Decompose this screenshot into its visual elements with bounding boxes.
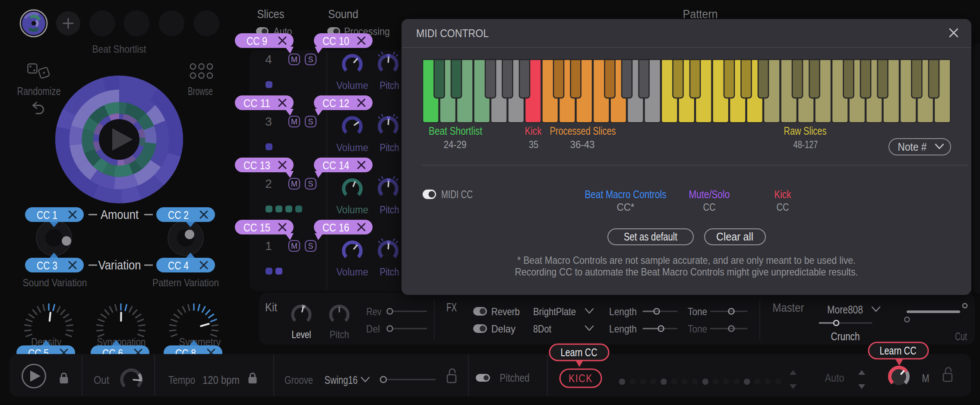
svg-text:Kick: Kick — [525, 125, 542, 137]
svg-text:Kick: Kick — [775, 188, 791, 200]
svg-text:Auto: Auto — [825, 372, 844, 384]
svg-text:CC*: CC* — [617, 201, 635, 213]
svg-text:M: M — [291, 180, 297, 188]
svg-text:Kit: Kit — [265, 301, 277, 314]
svg-text:Tempo: Tempo — [168, 374, 195, 386]
svg-text:Out: Out — [94, 374, 109, 386]
svg-text:Pitch: Pitch — [330, 329, 349, 340]
svg-text:Volume: Volume — [336, 142, 368, 153]
svg-text:48-127: 48-127 — [793, 139, 818, 150]
svg-text:Reverb: Reverb — [491, 306, 520, 317]
svg-text:Set as default: Set as default — [624, 231, 677, 243]
svg-text:Raw Slices: Raw Slices — [784, 125, 827, 137]
svg-text:M: M — [291, 117, 297, 126]
svg-text:S: S — [308, 242, 313, 250]
svg-text:Amount: Amount — [101, 208, 139, 221]
svg-text:24-29: 24-29 — [444, 139, 467, 150]
svg-text:More808: More808 — [827, 303, 863, 316]
svg-text:Variation: Variation — [98, 258, 141, 272]
svg-text:BrightPlate: BrightPlate — [533, 306, 576, 317]
svg-text:Cut: Cut — [955, 330, 967, 342]
svg-text:36-43: 36-43 — [570, 139, 595, 150]
svg-text:Groove: Groove — [285, 374, 313, 386]
svg-text:Clear all: Clear all — [716, 231, 753, 243]
svg-text:Delay: Delay — [491, 323, 515, 335]
svg-text:Tone: Tone — [688, 323, 707, 335]
svg-text:CC 1: CC 1 — [37, 209, 57, 221]
svg-text:Master: Master — [773, 301, 804, 314]
svg-text:Note #: Note # — [898, 141, 927, 153]
svg-text:Crunch: Crunch — [831, 330, 860, 342]
svg-text:Pitch: Pitch — [380, 204, 399, 215]
svg-text:Randomize: Randomize — [17, 85, 61, 97]
svg-text:4: 4 — [265, 53, 272, 66]
svg-text:Learn CC: Learn CC — [880, 345, 917, 357]
svg-text:CC 13: CC 13 — [243, 159, 270, 171]
svg-text:Length: Length — [609, 323, 637, 335]
svg-text:8Dot: 8Dot — [533, 323, 551, 335]
svg-text:S: S — [308, 117, 313, 126]
svg-text:S: S — [308, 55, 313, 64]
svg-text:Browse: Browse — [188, 85, 213, 97]
svg-text:Slices: Slices — [257, 8, 285, 21]
svg-text:Processed Slices: Processed Slices — [550, 125, 616, 137]
svg-text:CC 3: CC 3 — [37, 259, 57, 272]
svg-text:* Beat Macro Controls are not: * Beat Macro Controls are not sample acc… — [517, 254, 856, 266]
svg-text:Beat Macro Controls: Beat Macro Controls — [585, 188, 667, 200]
svg-text:Beat Shortlist: Beat Shortlist — [429, 125, 482, 137]
svg-text:CC 10: CC 10 — [322, 35, 349, 47]
svg-text:CC 2: CC 2 — [168, 209, 189, 221]
svg-text:CC: CC — [703, 201, 716, 213]
svg-text:M: M — [291, 55, 297, 64]
svg-text:CC 11: CC 11 — [243, 97, 270, 109]
svg-text:CC 16: CC 16 — [322, 221, 349, 234]
svg-text:3: 3 — [265, 115, 272, 128]
svg-text:120 bpm: 120 bpm — [202, 374, 240, 386]
svg-text:M: M — [922, 372, 929, 385]
svg-text:Mute/Solo: Mute/Solo — [689, 188, 730, 200]
svg-text:Learn CC: Learn CC — [561, 346, 597, 358]
svg-text:35: 35 — [529, 139, 538, 150]
svg-text:Swing16: Swing16 — [325, 374, 358, 386]
svg-text:Rev: Rev — [367, 306, 382, 317]
svg-text:CC: CC — [777, 201, 789, 213]
svg-text:Recording CC to automate the B: Recording CC to automate the Beat Macro … — [515, 266, 858, 278]
svg-text:Pattern: Pattern — [683, 8, 718, 21]
svg-text:CC 15: CC 15 — [243, 221, 270, 234]
svg-text:Beat Shortlist: Beat Shortlist — [92, 43, 146, 55]
svg-text:S: S — [308, 180, 313, 188]
svg-text:Volume: Volume — [336, 266, 368, 278]
svg-text:MIDI CC: MIDI CC — [441, 188, 473, 200]
svg-text:Pitch: Pitch — [380, 80, 399, 91]
svg-text:Pitch: Pitch — [380, 266, 399, 278]
svg-text:M: M — [291, 242, 297, 250]
svg-text:Pitch: Pitch — [380, 142, 399, 153]
svg-text:Length: Length — [609, 306, 637, 317]
svg-text:Tone: Tone — [688, 306, 707, 317]
svg-text:MIDI CONTROL: MIDI CONTROL — [416, 27, 489, 40]
svg-text:CC 4: CC 4 — [168, 259, 189, 272]
svg-text:Del: Del — [366, 323, 380, 335]
svg-text:FX: FX — [446, 301, 457, 314]
svg-text:Sound: Sound — [328, 8, 358, 21]
svg-text:Pitched: Pitched — [500, 372, 530, 384]
svg-text:CC 9: CC 9 — [247, 35, 267, 47]
svg-text:Volume: Volume — [336, 204, 368, 215]
svg-text:Sound Variation: Sound Variation — [23, 277, 87, 288]
svg-text:Level: Level — [292, 329, 311, 340]
svg-text:CC 14: CC 14 — [322, 159, 349, 171]
svg-text:Volume: Volume — [336, 80, 368, 91]
svg-text:1: 1 — [265, 239, 272, 253]
svg-text:CC 12: CC 12 — [322, 97, 349, 109]
svg-text:2: 2 — [265, 177, 272, 190]
svg-text:KICK: KICK — [569, 372, 593, 385]
svg-text:Pattern Variation: Pattern Variation — [152, 277, 219, 288]
